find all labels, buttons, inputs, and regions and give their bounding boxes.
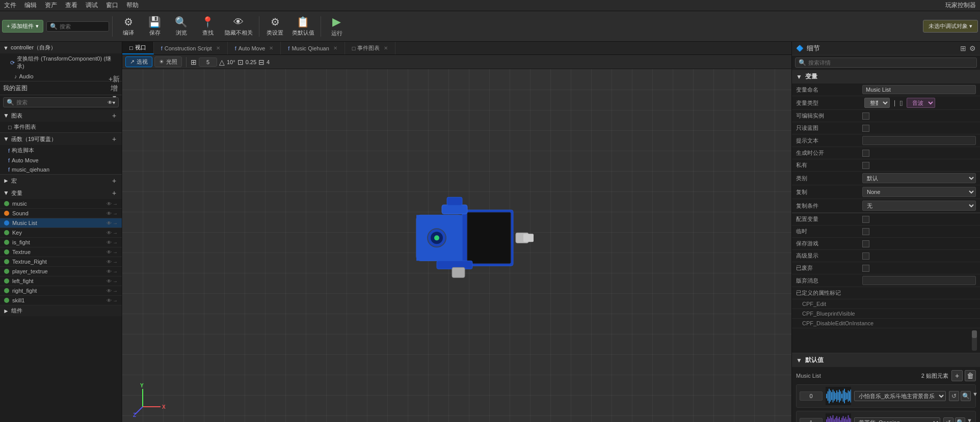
transient-checkbox[interactable] bbox=[862, 228, 869, 235]
tab-event-graph[interactable]: □ 事件图表 ✕ bbox=[345, 42, 396, 54]
var-eye-icon[interactable]: 👁 bbox=[107, 240, 112, 245]
save-game-checkbox[interactable] bbox=[862, 240, 869, 247]
grid-size-input[interactable] bbox=[199, 58, 217, 67]
var-arrow-icon[interactable]: → bbox=[113, 201, 118, 207]
macros-header[interactable]: ► 宏 + bbox=[0, 175, 122, 187]
var-item-skill1[interactable]: skill1 👁 → bbox=[0, 296, 122, 305]
eg-tab-close[interactable]: ✕ bbox=[384, 45, 388, 51]
transform-item[interactable]: ⟳ 变换组件 (TransformComponent0) (继承) bbox=[0, 53, 122, 72]
menu-debug[interactable]: 调试 bbox=[86, 1, 98, 10]
music-item-index-0[interactable] bbox=[800, 391, 823, 401]
music-name-select-0[interactable]: 小怕音乐_欢乐斗地主背景音乐 bbox=[854, 391, 946, 401]
readonly-bp-checkbox[interactable] bbox=[862, 125, 869, 132]
right-panel-settings-btn[interactable]: ⚙ bbox=[969, 44, 976, 52]
var-arrow-icon[interactable]: → bbox=[113, 278, 118, 284]
functions-add-button[interactable]: + bbox=[110, 134, 119, 144]
hide-button[interactable]: 👁 隐藏不相关 bbox=[222, 13, 256, 40]
var-eye-icon[interactable]: 👁 bbox=[107, 211, 112, 216]
blueprint-search-input[interactable] bbox=[16, 99, 105, 105]
advanced-display-checkbox[interactable] bbox=[862, 252, 869, 260]
music-item-index-1[interactable] bbox=[800, 418, 823, 422]
music-list-delete-button[interactable]: 🗑 bbox=[965, 370, 976, 381]
graphs-add-button[interactable]: + bbox=[110, 111, 119, 120]
music-reset-btn-0[interactable]: ↺ bbox=[949, 391, 959, 401]
var-arrow-icon[interactable]: → bbox=[113, 230, 118, 236]
right-search-input[interactable] bbox=[808, 60, 973, 66]
music-find-btn-0[interactable]: 🔍 bbox=[961, 391, 971, 401]
var-arrow-icon[interactable]: → bbox=[113, 211, 118, 216]
run-button[interactable]: ▶ 运行 bbox=[324, 13, 350, 40]
settings-button[interactable]: ⚙ 类设置 bbox=[262, 13, 288, 40]
cs-tab-close[interactable]: ✕ bbox=[216, 45, 220, 51]
new-add-button[interactable]: +新增 ▾ bbox=[110, 83, 119, 93]
event-graph-item[interactable]: □ 事件图表 bbox=[0, 122, 122, 132]
hint-text-input[interactable] bbox=[862, 136, 976, 145]
var-arrow-icon[interactable]: → bbox=[113, 220, 118, 226]
browse-button[interactable]: 🔍 浏览 bbox=[169, 13, 194, 40]
music-list-add-button[interactable]: + bbox=[951, 370, 963, 381]
editable-instance-checkbox[interactable] bbox=[862, 112, 869, 120]
music-reset-btn-1[interactable]: ↺ bbox=[943, 417, 953, 422]
toolbar-search[interactable]: 🔍 bbox=[46, 21, 109, 32]
right-panel-search[interactable]: 🔍 bbox=[795, 58, 977, 68]
var-item-Sound[interactable]: Sound 👁 → bbox=[0, 209, 122, 218]
deprecated-msg-input[interactable] bbox=[862, 276, 976, 285]
light-button[interactable]: ☀ 光照 bbox=[154, 57, 182, 67]
var-item-Key[interactable]: Key 👁 → bbox=[0, 228, 122, 238]
var-arrow-icon[interactable]: → bbox=[113, 298, 118, 303]
select-button[interactable]: ↗ 选视 bbox=[125, 57, 152, 67]
var-arrow-icon[interactable]: → bbox=[113, 249, 118, 255]
var-item-player_textrue[interactable]: player_textrue 👁 → bbox=[0, 267, 122, 276]
menu-help[interactable]: 帮助 bbox=[126, 1, 139, 10]
var-eye-icon[interactable]: 👁 bbox=[107, 278, 112, 284]
graphs-header[interactable]: ▼ 图表 + bbox=[0, 109, 122, 122]
variables-add-button[interactable]: + bbox=[110, 188, 119, 198]
components-header[interactable]: ► 组件 bbox=[0, 305, 122, 316]
auto-move-item[interactable]: f Auto Move bbox=[0, 156, 122, 165]
category-select[interactable]: 默认 bbox=[862, 173, 976, 183]
var-arrow-icon[interactable]: → bbox=[113, 240, 118, 245]
var-item-left_fight[interactable]: left_fight 👁 → bbox=[0, 276, 122, 286]
macros-add-button[interactable]: + bbox=[110, 176, 119, 185]
var-arrow-icon[interactable]: → bbox=[113, 288, 118, 294]
add-component-button[interactable]: + 添加组件 ▾ bbox=[2, 20, 43, 33]
toolbar-search-input[interactable] bbox=[60, 23, 105, 30]
var-type-int-select[interactable]: 整数 bbox=[864, 98, 890, 108]
var-eye-icon[interactable]: 👁 bbox=[107, 269, 112, 274]
var-eye-icon[interactable]: 👁 bbox=[107, 220, 112, 226]
var-eye-icon[interactable]: 👁 bbox=[107, 249, 112, 255]
music-qiehuan-item[interactable]: f music_qiehuan bbox=[0, 165, 122, 174]
music-name-select-1[interactable]: 黄英华_Opening bbox=[854, 417, 940, 422]
music-expand-btn-0[interactable]: ▼ bbox=[972, 391, 978, 401]
menu-view[interactable]: 查看 bbox=[65, 1, 77, 10]
tab-construction-script[interactable]: f Construction Script ✕ bbox=[154, 42, 228, 54]
audio-item[interactable]: ♪ Audio bbox=[0, 72, 122, 81]
var-item-Textrue_Right[interactable]: Textrue_Right 👁 → bbox=[0, 257, 122, 267]
save-button[interactable]: 💾 保存 bbox=[142, 13, 168, 40]
compile-button[interactable]: ⚙ 编译 bbox=[116, 13, 141, 40]
variables-prop-header[interactable]: ▼ 变量 bbox=[792, 70, 980, 83]
menu-window[interactable]: 窗口 bbox=[106, 1, 118, 10]
var-item-Textrue[interactable]: Textrue 👁 → bbox=[0, 247, 122, 257]
debug-filter-button[interactable]: 未选中调试对象 ▾ bbox=[923, 20, 978, 33]
var-type-audio-select[interactable]: 音波 bbox=[907, 98, 935, 108]
music-expand-btn-1[interactable]: ▼ bbox=[967, 417, 972, 422]
config-var-checkbox[interactable] bbox=[862, 216, 869, 223]
var-name-input[interactable] bbox=[862, 85, 976, 94]
music-find-btn-1[interactable]: 🔍 bbox=[955, 417, 965, 422]
mq-tab-close[interactable]: ✕ bbox=[333, 45, 337, 51]
am-tab-close[interactable]: ✕ bbox=[269, 45, 273, 51]
var-item-is_fight[interactable]: is_fight 👁 → bbox=[0, 238, 122, 247]
var-eye-icon[interactable]: 👁 bbox=[107, 259, 112, 265]
menu-asset[interactable]: 资产 bbox=[45, 1, 57, 10]
var-item-music[interactable]: music 👁 → bbox=[0, 199, 122, 209]
blueprint-search[interactable]: 🔍 👁▾ bbox=[3, 97, 119, 107]
replicate-select[interactable]: None bbox=[862, 187, 976, 197]
deprecated-checkbox[interactable] bbox=[862, 265, 869, 272]
tab-viewport[interactable]: □ 视口 bbox=[122, 42, 154, 54]
var-eye-icon[interactable]: 👁 bbox=[107, 230, 112, 236]
bp-view-toggle[interactable]: 👁▾ bbox=[108, 100, 115, 105]
var-eye-icon[interactable]: 👁 bbox=[107, 288, 112, 294]
var-eye-icon[interactable]: 👁 bbox=[107, 201, 112, 207]
menu-edit[interactable]: 编辑 bbox=[24, 1, 37, 10]
